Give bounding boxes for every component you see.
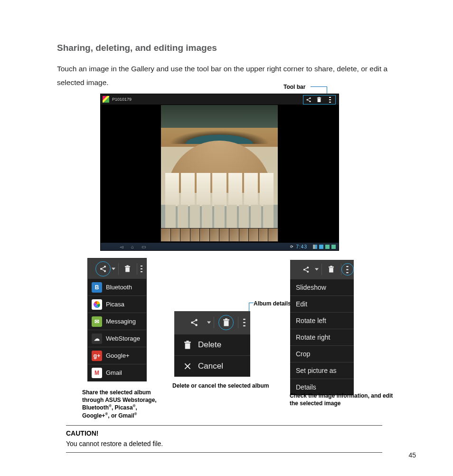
share-item-webstorage[interactable]: ☁WebStorage (88, 330, 146, 347)
svg-rect-16 (141, 268, 142, 269)
gallery-app-icon (103, 96, 109, 103)
svg-rect-5 (319, 97, 320, 97)
dropdown-caret-icon (315, 268, 319, 271)
svg-rect-8 (329, 102, 331, 103)
trash-highlight-circle (218, 315, 234, 330)
options-caption: Check the image information, and edit th… (290, 392, 394, 407)
svg-rect-12 (125, 267, 130, 272)
close-icon (184, 362, 191, 370)
overflow-menu-icon[interactable] (327, 96, 333, 103)
delete-label: Delete (198, 340, 221, 350)
photo-filename: P1010179 (112, 97, 132, 102)
picasa-app-icon (92, 299, 102, 310)
options-item-slideshow[interactable]: Slideshow (290, 279, 354, 295)
share-item-label: WebStorage (106, 335, 140, 342)
thumbnail-strip[interactable] (160, 228, 278, 242)
trash-icon[interactable] (316, 96, 322, 103)
svg-rect-34 (329, 268, 333, 273)
svg-rect-17 (141, 271, 142, 272)
image-toolbar[interactable] (303, 95, 336, 105)
home-icon[interactable]: ⌂ (131, 244, 134, 249)
svg-rect-4 (317, 97, 321, 98)
caution-heading: CAUTION! (66, 429, 382, 437)
svg-rect-35 (329, 267, 334, 267)
trash-icon (184, 341, 191, 350)
svg-point-1 (307, 99, 308, 101)
share-item-bluetooth[interactable]: BBluetooth (88, 279, 146, 295)
webstorage-app-icon: ☁ (92, 333, 102, 344)
share-item-label: Picasa (106, 301, 124, 308)
gmail-app-icon: M (92, 368, 102, 378)
share-item-picasa[interactable]: Picasa (88, 295, 146, 313)
share-item-label: Bluetooth (106, 284, 132, 291)
svg-rect-26 (243, 322, 245, 323)
share-menu-list: BBluetoothPicasa✉Messaging☁WebStorageg+G… (88, 279, 146, 381)
options-item-edit[interactable]: Edit (290, 295, 354, 312)
album-details-callout-label: Album details (254, 300, 291, 307)
bluetooth-app-icon: B (92, 282, 102, 293)
caution-box: CAUTION! You cannot restore a deleted fi… (66, 425, 382, 453)
svg-point-0 (310, 97, 311, 99)
gallery-top-bar: P1010179 (101, 94, 339, 105)
share-popup: BBluetoothPicasa✉Messaging☁WebStorageg+G… (88, 258, 146, 381)
share-item-googleplus[interactable]: g+Google+ (88, 347, 146, 364)
intro-paragraph: Touch an image in the Gallery and use th… (57, 62, 416, 90)
delete-action-row[interactable]: Delete (174, 334, 250, 355)
share-item-gmail[interactable]: MGmail (88, 364, 146, 381)
svg-rect-28 (185, 343, 190, 349)
options-item-rotate-right[interactable]: Rotate right (290, 329, 354, 345)
delete-caption: Delete or cancel the selected album (172, 382, 277, 389)
svg-rect-6 (329, 97, 331, 98)
svg-rect-3 (318, 99, 321, 103)
toolbar-callout-label: Tool bar (283, 84, 305, 90)
section-heading: Sharing, deleting, and editing images (57, 43, 416, 53)
back-icon[interactable]: ◅ (120, 244, 123, 249)
cancel-action-row[interactable]: Cancel (174, 355, 250, 377)
svg-rect-13 (125, 266, 130, 267)
delete-header-trash-button[interactable] (214, 318, 238, 327)
share-item-label: Messaging (106, 318, 136, 325)
dropdown-caret-icon (207, 322, 211, 324)
photo-preview[interactable] (160, 105, 278, 233)
page-number: 45 (408, 451, 416, 459)
options-menu-list: SlideshowEditRotate leftRotate rightCrop… (290, 279, 354, 395)
messaging-app-icon: ✉ (92, 316, 102, 327)
main-screenshot: P1010179 ◅ ⌂ ▭ ⟳ 7:43 (101, 94, 339, 250)
share-popup-header (88, 258, 146, 279)
options-header-trash-button[interactable] (322, 266, 341, 273)
share-header-overflow-button[interactable] (137, 266, 146, 272)
share-item-messaging[interactable]: ✉Messaging (88, 313, 146, 330)
svg-rect-15 (141, 266, 142, 267)
options-popup-header (290, 260, 354, 279)
options-item-rotate-left[interactable]: Rotate left (290, 312, 354, 329)
cancel-label: Cancel (198, 362, 223, 371)
svg-point-2 (310, 101, 311, 102)
svg-point-31 (307, 267, 309, 268)
svg-rect-30 (186, 341, 189, 342)
googleplus-app-icon: g+ (92, 351, 102, 361)
svg-rect-14 (127, 265, 129, 266)
options-header-share-button[interactable] (290, 266, 321, 273)
dropdown-caret-icon (112, 267, 115, 270)
svg-rect-27 (243, 325, 245, 326)
share-caption: Share the selected album through ASUS We… (82, 389, 162, 419)
share-header-trash-button[interactable] (119, 265, 137, 273)
svg-rect-29 (184, 342, 190, 343)
delete-header-overflow-button[interactable] (238, 319, 250, 326)
delete-popup-header (174, 311, 250, 334)
delete-popup: Delete Cancel (174, 311, 250, 377)
svg-rect-25 (243, 319, 245, 320)
recents-icon[interactable]: ▭ (142, 244, 146, 249)
status-clock: 7:43 (296, 244, 307, 249)
share-icon[interactable] (305, 96, 312, 103)
svg-point-21 (195, 324, 198, 326)
options-header-overflow-button[interactable] (341, 266, 354, 273)
status-icons (313, 245, 336, 249)
svg-point-32 (303, 268, 305, 270)
options-item-set-picture-as[interactable]: Set picture as (290, 362, 354, 379)
share-header-share-button[interactable] (88, 265, 118, 273)
svg-rect-7 (329, 99, 331, 100)
svg-point-19 (195, 319, 198, 322)
options-item-crop[interactable]: Crop (290, 345, 354, 362)
delete-header-share-button[interactable] (174, 318, 214, 327)
